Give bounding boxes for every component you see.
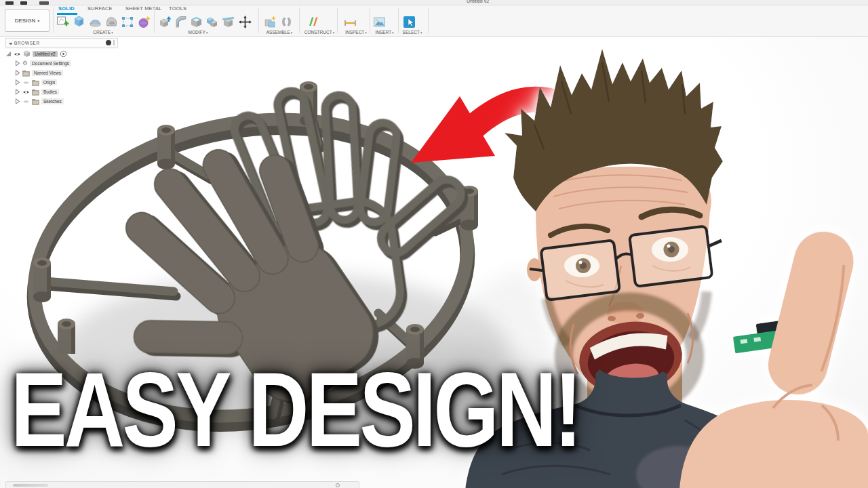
caret-down-icon: ▾ xyxy=(206,30,208,35)
group-label-assemble[interactable]: ASSEMBLE▾ xyxy=(267,30,293,35)
toolbar-separator xyxy=(370,7,370,33)
document-tab[interactable]: Untitled v2 xyxy=(467,0,489,3)
group-label-inspect[interactable]: INSPECT▾ xyxy=(345,30,367,35)
caret-down-icon: ▾ xyxy=(111,30,113,35)
press-pull-icon[interactable] xyxy=(158,15,172,29)
caret-down-icon: ▾ xyxy=(365,30,367,35)
fillet-icon[interactable] xyxy=(174,15,188,29)
visibility-eye-icon[interactable] xyxy=(22,89,30,95)
browser-options-icon[interactable] xyxy=(106,40,111,45)
revolve-icon[interactable] xyxy=(88,15,102,29)
toolbar-separator xyxy=(337,7,338,33)
document-tab-title: Untitled v2 xyxy=(467,0,489,3)
titlebar-sliver: Untitled v2 xyxy=(0,0,868,5)
tree-item-label: Named Views xyxy=(32,70,63,76)
tree-item-root[interactable]: Untitled v2 xyxy=(5,49,67,58)
group-label-insert[interactable]: INSERT▾ xyxy=(375,30,393,35)
tab-tools[interactable]: TOOLS xyxy=(169,5,186,12)
toolbar-separator xyxy=(299,7,300,33)
browser-header[interactable]: ◂◂ BROWSER xyxy=(5,38,118,47)
tree-item-document-settings[interactable]: ⚙ Document Settings xyxy=(15,59,71,68)
save-icon[interactable] xyxy=(20,1,27,5)
caret-down-icon: ▾ xyxy=(291,30,293,35)
design-workspace-menu[interactable]: DESIGN ▾ xyxy=(5,9,50,32)
shell-icon[interactable] xyxy=(189,15,203,29)
pattern-icon[interactable] xyxy=(121,15,135,29)
select-icon[interactable] xyxy=(402,15,416,29)
extrude-icon[interactable] xyxy=(72,15,86,29)
folder-icon xyxy=(22,70,30,77)
caret-down-icon: ▾ xyxy=(392,30,394,35)
visibility-eye-icon-hidden[interactable] xyxy=(22,99,30,104)
browser-panel: ◂◂ BROWSER Untitled v2 ⚙ Document Settin… xyxy=(5,38,118,47)
expand-arrow-icon[interactable] xyxy=(15,79,20,85)
toolbar-separator xyxy=(53,7,54,33)
folder-icon xyxy=(32,89,39,96)
expand-arrow-icon[interactable] xyxy=(15,89,20,95)
browser-title: BROWSER xyxy=(14,41,106,45)
browser-scrollbar[interactable] xyxy=(113,40,115,45)
tree-item-label: Origin xyxy=(41,79,57,85)
insert-image-icon[interactable] xyxy=(372,15,387,29)
expand-arrow-icon[interactable] xyxy=(15,60,20,66)
expand-arrow-icon[interactable] xyxy=(15,70,20,76)
expand-arrow-icon[interactable] xyxy=(15,98,20,104)
toolbar-separator xyxy=(428,7,429,33)
app-menu-icon[interactable] xyxy=(5,1,14,5)
folder-icon xyxy=(32,98,39,105)
undo-redo-icon[interactable] xyxy=(39,1,49,5)
toolbar-separator xyxy=(258,7,259,33)
construction-plane-icon[interactable] xyxy=(307,15,321,29)
component-marker-icon xyxy=(5,51,12,57)
move-icon[interactable] xyxy=(238,15,252,29)
group-label-construct[interactable]: CONSTRUCT▾ xyxy=(304,30,334,35)
tab-surface[interactable]: SURFACE xyxy=(87,5,113,12)
group-label-create[interactable]: CREATE▾ xyxy=(93,30,113,35)
split-body-icon[interactable] xyxy=(221,15,235,29)
tab-solid[interactable]: SOLID xyxy=(58,5,75,12)
create-sketch-icon[interactable] xyxy=(56,15,70,29)
design-menu-label: DESIGN xyxy=(15,18,36,24)
group-label-modify[interactable]: MODIFY▾ xyxy=(189,30,208,35)
combine-icon[interactable] xyxy=(205,15,219,29)
visibility-eye-icon-hidden[interactable] xyxy=(22,80,30,85)
caret-down-icon: ▾ xyxy=(37,18,39,23)
collapse-panel-icon[interactable]: ◂◂ xyxy=(9,41,12,45)
tree-item-named-views[interactable]: Named Views xyxy=(15,68,63,77)
folder-icon xyxy=(32,79,39,86)
caption-easy-design: EASY DESIGN! xyxy=(11,357,580,462)
measure-icon[interactable] xyxy=(343,15,357,29)
loft-icon[interactable] xyxy=(104,15,119,29)
joint-icon[interactable] xyxy=(279,15,294,29)
create-form-icon[interactable] xyxy=(137,15,151,29)
tree-item-label: Document Settings xyxy=(30,60,71,66)
tree-item-label: Sketches xyxy=(41,98,64,104)
tree-item-label: Bodies xyxy=(41,89,59,95)
toolbar-separator xyxy=(398,7,399,33)
tab-sheet-metal[interactable]: SHEET METAL xyxy=(125,5,162,12)
tree-item-origin[interactable]: Origin xyxy=(15,78,57,87)
tree-item-bodies[interactable]: Bodies xyxy=(15,87,59,96)
fusion360-window: EASY DESIGN! Untitled v2 DESIGN ▾ SOLID … xyxy=(0,0,868,488)
group-label-select[interactable]: SELECT▾ xyxy=(403,30,422,35)
caret-down-icon: ▾ xyxy=(420,30,422,35)
tree-item-sketches[interactable]: Sketches xyxy=(15,97,64,106)
component-cube-icon xyxy=(23,50,31,58)
ribbon-toolbar: DESIGN ▾ SOLID SURFACE SHEET METAL TOOLS xyxy=(0,5,868,37)
tree-item-label: Untitled v2 xyxy=(33,51,58,57)
active-component-radio-icon[interactable] xyxy=(60,50,67,58)
gear-icon: ⚙ xyxy=(22,60,28,66)
visibility-eye-icon[interactable] xyxy=(14,52,21,57)
new-component-icon[interactable] xyxy=(263,15,277,29)
caret-down-icon: ▾ xyxy=(333,30,335,35)
toolbar-separator xyxy=(154,7,155,33)
